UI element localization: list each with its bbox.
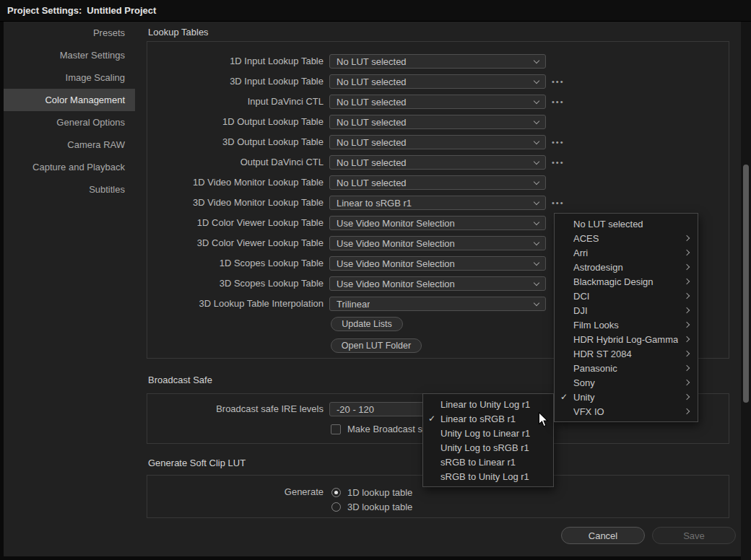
row-label: 1D Video Monitor Lookup Table: [147, 175, 324, 190]
menu-item-hdr-st-2084[interactable]: HDR ST 2084: [555, 346, 698, 361]
sidebar-item-subtitles[interactable]: Subtitles: [4, 178, 135, 201]
3d-color-viewer-lookup-table-dropdown[interactable]: Use Video Monitor Selection: [329, 236, 546, 250]
sidebar-item-label: Image Scaling: [66, 72, 125, 83]
chevron-right-icon: [684, 394, 690, 400]
dropdown-value: Use Video Monitor Selection: [337, 238, 455, 249]
1d-video-monitor-lookup-table-dropdown[interactable]: No LUT selected: [329, 175, 546, 190]
chevron-down-icon: [534, 77, 539, 83]
menu-item-hdr-hybrid-log-gamma[interactable]: HDR Hybrid Log-Gamma: [555, 332, 698, 346]
row-label: 3D Input Lookup Table: [147, 74, 324, 89]
vertical-scrollbar[interactable]: [741, 22, 751, 560]
sidebar-item-color-management[interactable]: Color Management: [4, 89, 135, 111]
menu-item-label: No LUT selected: [573, 219, 643, 229]
menu-item-vfx-io[interactable]: VFX IO: [555, 404, 698, 419]
menu-item-blackmagic-design[interactable]: Blackmagic Design: [555, 274, 698, 289]
update-lists-button[interactable]: Update Lists: [331, 317, 403, 331]
menu-item-panasonic[interactable]: Panasonic: [555, 361, 698, 375]
submenu-item-unity-log-to-srgb-r1[interactable]: Unity Log to sRGB r1: [423, 440, 553, 455]
scrollbar-thumb[interactable]: [743, 165, 749, 403]
3d-output-lookup-table-dropdown[interactable]: No LUT selected: [329, 135, 546, 149]
sidebar-item-general-options[interactable]: General Options: [4, 111, 135, 134]
menu-item-label: Panasonic: [573, 363, 617, 374]
row-label: 1D Color Viewer Lookup Table: [147, 216, 324, 230]
generate-label: Generate: [147, 485, 324, 499]
dropdown-value: No LUT selected: [337, 157, 407, 168]
menu-item-label: HDR Hybrid Log-Gamma: [573, 334, 678, 345]
input-davinci-ctl-dropdown[interactable]: No LUT selected: [329, 95, 546, 109]
radio-label: 1D lookup table: [347, 487, 412, 498]
row-label: 1D Output Lookup Table: [147, 115, 324, 129]
titlebar: Project Settings: Untitled Project: [0, 0, 751, 22]
submenu-item-linear-to-srgb-r1[interactable]: ✓Linear to sRGB r1: [423, 411, 553, 426]
sidebar-item-label: Capture and Playback: [32, 162, 125, 172]
chevron-down-icon: [534, 158, 539, 164]
1d-scopes-lookup-table-dropdown[interactable]: Use Video Monitor Selection: [329, 256, 546, 271]
cancel-button[interactable]: Cancel: [561, 527, 645, 544]
row-label: 1D Scopes Lookup Table: [147, 256, 324, 271]
chevron-right-icon: [684, 307, 690, 313]
submenu-item-linear-to-unity-log-r1[interactable]: Linear to Unity Log r1: [423, 397, 553, 411]
dropdown-value: No LUT selected: [337, 56, 407, 67]
row-label: 3D Lookup Table Interpolation: [147, 297, 324, 311]
chevron-right-icon: [684, 279, 690, 284]
lut-submenu: Linear to Unity Log r1✓Linear to sRGB r1…: [422, 393, 554, 487]
sidebar-item-presets[interactable]: Presets: [4, 22, 135, 44]
open-lut-folder-button[interactable]: Open LUT Folder: [331, 338, 422, 353]
menu-item-dci[interactable]: DCI: [555, 289, 698, 303]
menu-item-aces[interactable]: ACES: [555, 231, 698, 245]
more-options-button[interactable]: •••: [552, 95, 565, 110]
menu-item-no-lut-selected[interactable]: No LUT selected: [555, 216, 698, 231]
chevron-down-icon: [534, 299, 539, 305]
menu-item-label: Film Looks: [573, 320, 619, 331]
menu-item-film-looks[interactable]: Film Looks: [555, 318, 698, 332]
sidebar-item-image-scaling[interactable]: Image Scaling: [4, 66, 135, 89]
sidebar-item-camera-raw[interactable]: Camera RAW: [4, 134, 135, 156]
more-options-button[interactable]: •••: [552, 156, 565, 170]
submenu-item-unity-log-to-linear-r1[interactable]: Unity Log to Linear r1: [423, 426, 553, 440]
radio-option-1d-lookup-table[interactable]: 1D lookup table: [331, 487, 412, 497]
window-title: Project Settings:: [7, 5, 82, 16]
menu-item-label: VFX IO: [573, 406, 604, 417]
submenu-item-srgb-to-unity-log-r1[interactable]: sRGB to Unity Log r1: [423, 469, 553, 484]
check-icon: ✓: [428, 414, 435, 424]
sidebar-item-capture-and-playback[interactable]: Capture and Playback: [4, 156, 135, 178]
menu-item-label: sRGB to Linear r1: [440, 457, 516, 468]
menu-item-astrodesign[interactable]: Astrodesign: [555, 260, 698, 274]
dropdown-value: Use Video Monitor Selection: [337, 258, 455, 269]
radio-icon: [331, 488, 341, 497]
make-broadcast-safe-checkbox[interactable]: [331, 424, 341, 434]
more-options-button[interactable]: •••: [552, 75, 565, 89]
3d-input-lookup-table-dropdown[interactable]: No LUT selected: [329, 74, 546, 89]
submenu-item-srgb-to-linear-r1[interactable]: sRGB to Linear r1: [423, 455, 553, 469]
dropdown-value: No LUT selected: [337, 97, 407, 108]
menu-item-dji[interactable]: DJI: [555, 303, 698, 318]
project-name: Untitled Project: [87, 5, 156, 16]
ire-levels-label: Broadcast safe IRE levels: [147, 402, 324, 416]
output-davinci-ctl-dropdown[interactable]: No LUT selected: [329, 155, 546, 170]
1d-output-lookup-table-dropdown[interactable]: No LUT selected: [329, 115, 546, 129]
3d-scopes-lookup-table-dropdown[interactable]: Use Video Monitor Selection: [329, 276, 546, 291]
sidebar-item-master-settings[interactable]: Master Settings: [4, 44, 135, 66]
menu-item-label: ACES: [573, 233, 599, 244]
menu-item-sony[interactable]: Sony: [555, 375, 698, 390]
chevron-right-icon: [684, 250, 690, 255]
menu-item-label: Blackmagic Design: [573, 276, 654, 287]
lut-row-1d-input-lookup-table: 1D Input Lookup TableNo LUT selected: [147, 54, 729, 69]
menu-item-arri[interactable]: Arri: [555, 245, 698, 260]
dropdown-value: Trilinear: [337, 299, 370, 310]
chevron-right-icon: [684, 293, 690, 299]
chevron-down-icon: [534, 219, 539, 224]
sidebar: PresetsMaster SettingsImage ScalingColor…: [4, 22, 135, 201]
radio-option-3d-lookup-table[interactable]: 3D lookup table: [331, 502, 412, 512]
menu-item-unity[interactable]: ✓Unity: [555, 390, 698, 404]
radio-label: 3D lookup table: [347, 502, 412, 512]
1d-color-viewer-lookup-table-dropdown[interactable]: Use Video Monitor Selection: [329, 216, 546, 230]
1d-input-lookup-table-dropdown[interactable]: No LUT selected: [329, 54, 546, 69]
more-options-button[interactable]: •••: [552, 196, 565, 211]
menu-item-label: DCI: [573, 291, 589, 302]
more-options-button[interactable]: •••: [552, 136, 565, 150]
lut-row-output-davinci-ctl: Output DaVinci CTLNo LUT selected•••: [147, 155, 729, 170]
save-button[interactable]: Save: [652, 527, 736, 544]
3d-video-monitor-lookup-table-dropdown[interactable]: Linear to sRGB r1: [329, 196, 546, 210]
3d-lookup-table-interpolation-dropdown[interactable]: Trilinear: [329, 297, 546, 311]
